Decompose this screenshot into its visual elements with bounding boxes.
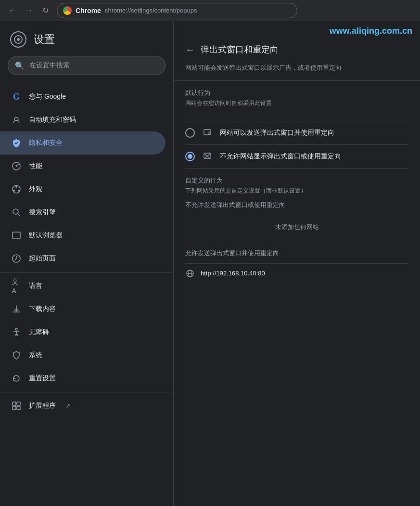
content-header: ← 弹出式窗口和重定向: [174, 38, 420, 63]
default-behavior-subtitle: 网站会在您访问时自动采用此设置: [185, 99, 408, 107]
reset-icon: [12, 374, 21, 383]
content-back-button[interactable]: ←: [185, 44, 195, 55]
chrome-label: Chrome: [76, 7, 101, 14]
svg-rect-16: [13, 406, 16, 410]
sidebar-item-appearance[interactable]: 外观: [0, 178, 165, 201]
sidebar-label-default-browser: 默认浏览器: [29, 231, 63, 240]
svg-rect-15: [17, 402, 20, 405]
sidebar-label-google: 您与 Google: [29, 92, 66, 101]
radio-block[interactable]: 不允许网站显示弹出式窗口或使用重定向: [185, 145, 408, 169]
radio-allow[interactable]: 网站可以发送弹出式窗口并使用重定向: [185, 121, 408, 145]
sidebar-item-default-browser[interactable]: 默认浏览器: [0, 224, 165, 247]
block-popup-icon: [203, 152, 212, 161]
allowed-section: 允许发送弹出式窗口并使用重定向 http://192.168.10.40:80: [174, 249, 420, 291]
site-favicon-icon: [185, 269, 195, 278]
blocked-empty-state: 未添加任何网站: [185, 213, 408, 241]
custom-behavior-subtitle: 下列网站采用的是自定义设置（而非默认设置）: [185, 187, 408, 195]
sidebar-item-google[interactable]: G 您与 Google: [0, 85, 165, 108]
address-bar[interactable]: Chrome chrome://settings/content/popups: [57, 3, 297, 18]
svg-point-8: [18, 190, 20, 192]
svg-point-10: [13, 209, 18, 214]
sidebar-item-system[interactable]: 系统: [0, 344, 165, 367]
sidebar-label-system: 系统: [29, 351, 42, 360]
url-text: chrome://settings/content/popups: [105, 7, 197, 14]
downloads-icon: [12, 304, 21, 314]
svg-rect-11: [13, 232, 20, 239]
sidebar-item-startup[interactable]: 起始页面: [0, 247, 165, 270]
autofill-icon: [12, 115, 21, 125]
sidebar-item-reset[interactable]: 重置设置: [0, 367, 165, 390]
sidebar-label-autofill: 自动填充和密码: [29, 116, 76, 124]
settings-header: 设置: [0, 21, 173, 56]
main-layout: 设置 🔍 在设置中搜索 G 您与 Google 自动填充和密码: [0, 21, 420, 506]
sidebar-label-startup: 起始页面: [29, 254, 56, 263]
sidebar-label-search: 搜索引擎: [29, 208, 56, 217]
sidebar-item-accessibility[interactable]: 无障碍: [0, 321, 165, 344]
custom-behavior-section: 自定义的行为 下列网站采用的是自定义设置（而非默认设置） 不允许发送弹出式窗口或…: [174, 169, 420, 249]
search-engine-icon: [12, 208, 21, 217]
default-browser-icon: [12, 231, 21, 240]
back-button[interactable]: ←: [6, 4, 19, 17]
sidebar-label-extensions: 扩展程序: [29, 402, 56, 410]
sidebar-item-language[interactable]: 文A 语言: [0, 274, 165, 298]
sidebar-label-appearance: 外观: [29, 185, 42, 194]
chrome-settings-icon: [10, 31, 27, 48]
sidebar-item-search[interactable]: 搜索引擎: [0, 201, 165, 224]
custom-behavior-title: 自定义的行为: [185, 176, 408, 185]
block-option-label: 不允许网站显示弹出式窗口或使用重定向: [220, 152, 341, 161]
settings-title: 设置: [34, 32, 55, 47]
sidebar-divider-bottom: [0, 392, 173, 392]
sidebar-label-accessibility: 无障碍: [29, 328, 49, 337]
content-title: 弹出式窗口和重定向: [201, 44, 279, 55]
sidebar-label-privacy: 隐私和安全: [29, 139, 63, 147]
sidebar-label-performance: 性能: [29, 162, 42, 170]
site-url: http://192.168.10.40:80: [201, 270, 265, 277]
search-bar[interactable]: 🔍 在设置中搜索: [8, 56, 165, 75]
forward-button[interactable]: →: [22, 4, 36, 17]
svg-point-5: [16, 166, 17, 167]
content-area: www.aliqing.com.cn ← 弹出式窗口和重定向 网站可能会发送弹出…: [173, 21, 420, 506]
allow-option-label: 网站可以发送弹出式窗口并使用重定向: [220, 129, 334, 137]
allow-popup-icon: [203, 128, 212, 138]
blocked-section-title: 不允许发送弹出式窗口或使用重定向: [185, 201, 408, 209]
search-placeholder: 在设置中搜索: [29, 61, 70, 70]
browser-bar: ← → ↻ Chrome chrome://settings/content/p…: [0, 0, 420, 21]
sidebar-item-downloads[interactable]: 下载内容: [0, 298, 165, 321]
sidebar-divider-mid: [0, 272, 173, 272]
language-icon: 文A: [12, 281, 21, 291]
sidebar-item-extensions[interactable]: 扩展程序 ↗: [0, 394, 165, 417]
svg-point-9: [13, 190, 15, 192]
svg-rect-17: [17, 406, 20, 410]
search-icon: 🔍: [15, 61, 25, 70]
extensions-icon: [12, 401, 21, 411]
watermark: www.aliqing.com.cn: [174, 21, 420, 38]
nav-buttons: ← → ↻: [6, 4, 52, 17]
sidebar-label-language: 语言: [29, 282, 42, 290]
default-behavior-title: 默认行为: [185, 89, 408, 97]
startup-icon: [12, 254, 21, 263]
description-text: 网站可能会发送弹出式窗口以展示广告，或者使用重定向: [185, 64, 342, 71]
performance-icon: [12, 161, 21, 171]
svg-rect-14: [13, 402, 16, 405]
sidebar-item-autofill[interactable]: 自动填充和密码: [0, 108, 165, 131]
sidebar-divider-top: [0, 83, 173, 83]
svg-point-3: [14, 117, 18, 120]
allowed-site-item[interactable]: http://192.168.10.40:80: [185, 263, 408, 283]
allowed-section-title: 允许发送弹出式窗口并使用重定向: [185, 249, 408, 258]
sidebar-item-performance[interactable]: 性能: [0, 155, 165, 178]
external-link-icon: ↗: [65, 402, 70, 409]
sidebar-label-reset: 重置设置: [29, 374, 56, 383]
content-description: 网站可能会发送弹出式窗口以展示广告，或者使用重定向: [174, 63, 420, 81]
sidebar-label-downloads: 下载内容: [29, 305, 56, 313]
radio-block-inner: [188, 154, 192, 159]
radio-block-circle: [185, 152, 195, 161]
svg-rect-20: [204, 153, 211, 158]
sidebar-item-privacy[interactable]: 隐私和安全: [0, 131, 165, 155]
privacy-icon: [12, 138, 21, 148]
appearance-icon: [12, 184, 21, 194]
accessibility-icon: [12, 327, 21, 337]
svg-point-7: [15, 186, 17, 188]
chrome-logo-icon: [63, 6, 72, 15]
reload-button[interactable]: ↻: [38, 4, 52, 17]
default-behavior-section: 默认行为 网站会在您访问时自动采用此设置: [174, 81, 420, 121]
